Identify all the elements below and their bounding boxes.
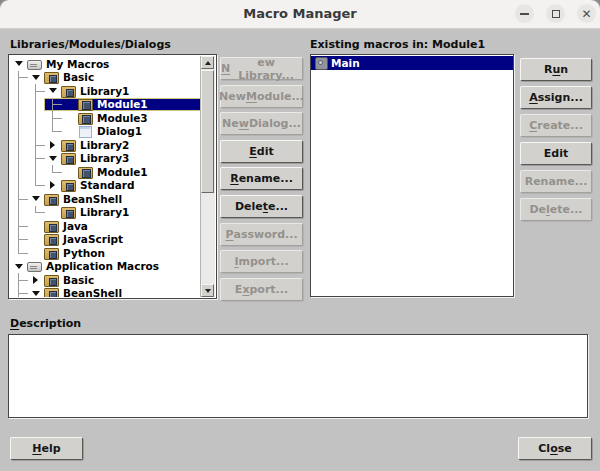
tree-item-module1[interactable]: Module1 (10, 98, 201, 112)
tree-guide-line (27, 138, 44, 152)
tree-item-label: Module3 (95, 112, 148, 124)
delete-button[interactable]: Delete... (220, 195, 303, 218)
tree-item-label: JavaScript (61, 233, 123, 245)
minimize-button[interactable] (515, 4, 534, 23)
new-module-button[interactable]: New Module... (220, 85, 303, 108)
window-title: Macro Manager (0, 6, 600, 21)
rename-button[interactable]: Rename... (220, 167, 303, 190)
tree-item-basic[interactable]: Basic (10, 273, 201, 287)
tree-item-library2[interactable]: Library2 (10, 138, 201, 152)
expander-down-icon[interactable] (32, 291, 40, 296)
help-button[interactable]: Help (10, 437, 83, 460)
expander-cell (44, 152, 61, 166)
folder-icon (61, 85, 76, 97)
libraries-panel-label: Libraries/Modules/Dialogs (10, 38, 171, 51)
expander-cell (27, 219, 44, 233)
tree-item-label: Module1 (95, 98, 148, 110)
export-button[interactable]: Export... (220, 278, 303, 301)
macro-run-button[interactable]: Run (520, 58, 592, 81)
close-button[interactable]: Close (518, 437, 592, 460)
edit-button[interactable]: Edit (220, 140, 303, 163)
tree-item-label: Java (61, 220, 88, 232)
scroll-down-icon (205, 289, 211, 293)
expander-down-icon[interactable] (49, 88, 57, 93)
macro-delete-button[interactable]: Delete... (520, 198, 592, 221)
module-icon (78, 112, 93, 124)
tree-item-library1[interactable]: Library1 (10, 84, 201, 98)
tree-scrollbar[interactable] (200, 56, 215, 297)
expander-right-icon[interactable] (33, 276, 38, 284)
titlebar[interactable]: Macro Manager ✕ (0, 0, 600, 29)
expander-cell (10, 260, 27, 274)
folder-icon (61, 206, 76, 218)
tree-item-label: Library3 (78, 152, 129, 164)
macros-panel-label: Existing macros in: Module1 (310, 38, 485, 51)
new-dialog-button[interactable]: New Dialog... (220, 112, 303, 135)
tree-guide-line (10, 71, 27, 85)
scroll-up-button[interactable] (201, 56, 214, 69)
tree-item-label: BeanShell (61, 193, 122, 205)
macro-assign-button[interactable]: Assign... (520, 86, 592, 109)
tree-item-application-macros[interactable]: Application Macros (10, 260, 201, 274)
tree-item-label: Module1 (95, 166, 148, 178)
description-textarea[interactable] (8, 334, 588, 418)
tree-item-label: Dialog1 (95, 125, 142, 137)
macro-item-label: Main (331, 57, 360, 69)
expander-cell (44, 84, 61, 98)
import-button[interactable]: Import... (220, 250, 303, 273)
tree-item-label: My Macros (44, 58, 109, 70)
macro-manager-dialog: Macro Manager ✕ Libraries/Modules/Dialog… (0, 0, 600, 471)
expander-cell (61, 111, 78, 125)
tree-item-my-macros[interactable]: My Macros (10, 57, 201, 71)
tree-guide-line (44, 165, 61, 179)
tree-guide-line (10, 98, 27, 112)
expander-right-icon[interactable] (50, 141, 55, 149)
macro-create-button[interactable]: Create... (520, 114, 592, 137)
tree-item-beanshell[interactable]: BeanShell (10, 192, 201, 206)
tree-guide-line (10, 246, 27, 260)
tree-rows: My MacrosBasicLibrary1Module1Module3Dial… (10, 56, 201, 297)
expander-down-icon[interactable] (15, 61, 23, 66)
close-window-button[interactable]: ✕ (577, 4, 596, 23)
tree-item-javascript[interactable]: JavaScript (10, 233, 201, 247)
tree-guide-line (10, 192, 27, 206)
expander-down-icon[interactable] (32, 75, 40, 80)
expander-down-icon[interactable] (32, 196, 40, 201)
tree-item-python[interactable]: Python (10, 246, 201, 260)
macro-edit-button[interactable]: Edit (520, 142, 592, 165)
tree-item-library1[interactable]: Library1 (10, 206, 201, 220)
folder-icon (44, 274, 59, 286)
tree-item-basic[interactable]: Basic (10, 71, 201, 85)
tree-item-library3[interactable]: Library3 (10, 152, 201, 166)
password-button[interactable]: Password... (220, 223, 303, 246)
expander-down-icon[interactable] (49, 156, 57, 161)
expander-right-icon[interactable] (50, 181, 55, 189)
tree-item-java[interactable]: Java (10, 219, 201, 233)
tree-guide-line (27, 179, 44, 193)
tree-item-dialog1[interactable]: Dialog1 (10, 125, 201, 139)
scrollbar-thumb[interactable] (201, 70, 214, 193)
macros-list[interactable]: Main (310, 54, 514, 297)
tree-guide-line (10, 179, 27, 193)
maximize-button[interactable] (546, 4, 565, 23)
folder-icon (61, 152, 76, 164)
tree-guide-line (44, 125, 61, 139)
folder-icon (61, 139, 76, 151)
tree-guide-line (27, 84, 44, 98)
tree-item-beanshell[interactable]: BeanShell (10, 287, 201, 298)
folder-icon (44, 287, 59, 297)
tree-item-standard[interactable]: Standard (10, 179, 201, 193)
expander-cell (44, 179, 61, 193)
scroll-down-button[interactable] (201, 284, 214, 297)
tree-item-module1[interactable]: Module1 (10, 165, 201, 179)
macro-icon (314, 57, 329, 69)
expander-down-icon[interactable] (15, 264, 23, 269)
library-action-buttons: New Library...New Module...New Dialog...… (220, 57, 303, 301)
tree-guide-line (27, 152, 44, 166)
macro-rename-button[interactable]: Rename... (520, 170, 592, 193)
libraries-tree[interactable]: My MacrosBasicLibrary1Module1Module3Dial… (8, 54, 217, 299)
macro-item-main[interactable]: Main (311, 56, 513, 70)
tree-guide-line (10, 273, 27, 287)
new-library-button[interactable]: New Library... (220, 57, 303, 80)
tree-item-module3[interactable]: Module3 (10, 111, 201, 125)
